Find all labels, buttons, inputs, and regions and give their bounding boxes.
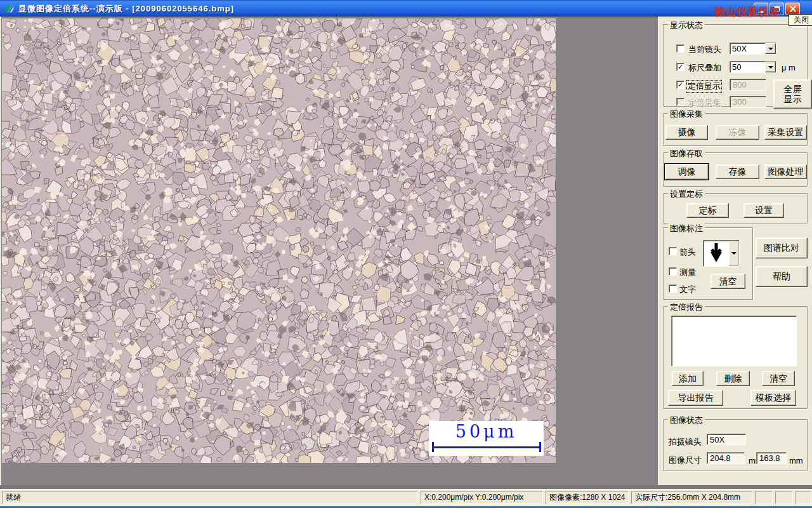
label-image-size: 图像尺寸 bbox=[669, 455, 702, 466]
vendor-watermark: 鞍山仪器仪表 bbox=[715, 6, 780, 19]
capture-settings-button[interactable]: 采集设置 bbox=[764, 125, 807, 140]
status-image-pixels: 图像像素:1280 X 1024 bbox=[546, 491, 629, 504]
checkbox-arrow[interactable] bbox=[669, 247, 677, 255]
label-text: 文字 bbox=[679, 284, 696, 295]
combo-scale-overlay-value: 50 bbox=[732, 62, 741, 72]
label-current-lens: 当前镜头 bbox=[688, 44, 721, 55]
group-display-status-title: 显示状态 bbox=[668, 20, 705, 31]
label-arrow: 箭头 bbox=[679, 246, 696, 258]
help-button[interactable]: 帮助 bbox=[756, 266, 808, 287]
arrow-style-preview[interactable] bbox=[703, 240, 740, 267]
group-report: 定倍报告 添加 删除 清空 导出报告 模板选择 bbox=[663, 306, 808, 409]
checkbox-text[interactable] bbox=[669, 284, 677, 293]
edit-fixed-capture: 300 bbox=[730, 96, 766, 108]
status-empty-2 bbox=[775, 491, 793, 504]
label-fixed-display: 定倍显示 bbox=[686, 80, 722, 93]
group-image-status-title: 图像状态 bbox=[668, 415, 705, 426]
label-capture-lens: 拍摄镜头 bbox=[669, 436, 702, 448]
close-button[interactable] bbox=[785, 3, 800, 15]
scale-bar-overlay: 50μm bbox=[429, 421, 544, 456]
image-viewer-area: 50μm bbox=[1, 17, 657, 485]
group-capture: 图像采集 摄像 冻像 采集设置 bbox=[663, 113, 808, 146]
checkbox-fixed-display[interactable]: ✓ bbox=[676, 81, 684, 89]
label-um-unit: μ m bbox=[782, 63, 796, 72]
micrograph-image bbox=[2, 18, 556, 463]
group-calibration-title: 设置定标 bbox=[668, 189, 705, 200]
group-annotation: 图像标注 箭头 测量 文字 清空 bbox=[663, 227, 753, 300]
fullscreen-button-line2: 显示 bbox=[784, 94, 802, 104]
report-listbox[interactable] bbox=[671, 316, 797, 366]
group-capture-title: 图像采集 bbox=[668, 109, 705, 120]
checkbox-scale-overlay[interactable]: ✓ bbox=[676, 63, 684, 71]
calibrate-button[interactable]: 定标 bbox=[686, 203, 729, 218]
window-title: 显微图像定倍系统--演示版 - [20090602055646.bmp] bbox=[18, 3, 234, 15]
checkbox-fixed-capture bbox=[676, 98, 684, 106]
status-actual-size: 实际尺寸:256.0mm X 204.8mm bbox=[631, 491, 752, 504]
save-image-button[interactable]: 存像 bbox=[716, 164, 759, 179]
combo-current-lens[interactable]: 50X bbox=[730, 43, 776, 55]
atlas-compare-button[interactable]: 图谱比对 bbox=[756, 237, 808, 258]
down-arrow-icon bbox=[709, 243, 723, 264]
title-bar: 显微图像定倍系统--演示版 - [20090602055646.bmp] bbox=[0, 0, 812, 17]
shoot-button[interactable]: 摄像 bbox=[665, 125, 708, 140]
group-image-status: 图像状态 拍摄镜头 50X 图像尺寸 204.8 mm 163.8 mm bbox=[663, 419, 808, 471]
export-report-button[interactable]: 导出报告 bbox=[668, 390, 723, 406]
combo-scale-overlay[interactable]: 50 bbox=[730, 61, 776, 73]
field-image-height[interactable]: 163.8 bbox=[756, 452, 787, 464]
field-capture-lens[interactable]: 50X bbox=[707, 434, 746, 445]
app-icon bbox=[3, 3, 15, 14]
edit-fixed-display: 800 bbox=[730, 79, 766, 91]
template-select-button[interactable]: 模板选择 bbox=[750, 390, 796, 406]
load-image-button[interactable]: 调像 bbox=[665, 164, 709, 180]
label-scale-overlay: 标尺叠加 bbox=[688, 62, 721, 74]
annotation-clear-button[interactable]: 清空 bbox=[710, 274, 745, 289]
status-empty-1 bbox=[755, 491, 773, 504]
chevron-down-icon[interactable] bbox=[765, 43, 776, 54]
label-mm-height: mm bbox=[789, 456, 803, 465]
checkbox-measure[interactable] bbox=[669, 267, 677, 276]
close-tooltip: 关闭 bbox=[789, 14, 812, 26]
group-storage: 图像存取 调像 存像 图像处理 bbox=[663, 152, 808, 187]
report-delete-button[interactable]: 删除 bbox=[716, 371, 750, 386]
scale-bar-line bbox=[433, 446, 539, 448]
checkbox-current-lens[interactable] bbox=[676, 44, 684, 53]
label-measure: 测量 bbox=[679, 267, 696, 278]
status-resolution: X:0.200μm/pix Y:0.200μm/pix bbox=[421, 491, 543, 504]
control-panel: 显示状态 当前镜头 50X ✓ 标尺叠加 50 μ m ✓ 定倍显示 800 定… bbox=[657, 17, 812, 485]
image-process-button[interactable]: 图像处理 bbox=[764, 164, 807, 179]
report-clear-button[interactable]: 清空 bbox=[762, 371, 795, 386]
group-storage-title: 图像存取 bbox=[668, 148, 705, 159]
freeze-button: 冻像 bbox=[716, 125, 759, 140]
group-display-status: 显示状态 当前镜头 50X ✓ 标尺叠加 50 μ m ✓ 定倍显示 800 定… bbox=[663, 24, 808, 107]
report-add-button[interactable]: 添加 bbox=[672, 371, 704, 386]
label-fixed-capture: 定倍采集 bbox=[688, 97, 721, 109]
group-annotation-title: 图像标注 bbox=[668, 223, 705, 234]
calibration-settings-button[interactable]: 设置 bbox=[743, 203, 784, 218]
close-icon bbox=[789, 5, 797, 13]
fullscreen-button[interactable]: 全屏 显示 bbox=[773, 79, 812, 109]
status-bar: 就绪 X:0.200μm/pix Y:0.200μm/pix 图像像素:1280… bbox=[0, 490, 812, 506]
chevron-down-icon[interactable] bbox=[765, 62, 776, 72]
status-empty-3 bbox=[796, 491, 811, 504]
fullscreen-button-line1: 全屏 bbox=[784, 84, 802, 94]
scale-bar-tick-right bbox=[539, 442, 541, 452]
arrow-style-dropdown-button[interactable] bbox=[729, 241, 738, 265]
client-edge bbox=[0, 485, 812, 490]
scale-bar-tick-left bbox=[432, 442, 434, 452]
combo-current-lens-value: 50X bbox=[732, 44, 747, 53]
scale-bar-label: 50μm bbox=[429, 422, 544, 441]
field-image-width[interactable]: 204.8 bbox=[707, 452, 745, 464]
group-report-title: 定倍报告 bbox=[668, 302, 705, 313]
status-ready: 就绪 bbox=[2, 491, 417, 504]
group-calibration: 设置定标 定标 设置 bbox=[663, 193, 808, 224]
